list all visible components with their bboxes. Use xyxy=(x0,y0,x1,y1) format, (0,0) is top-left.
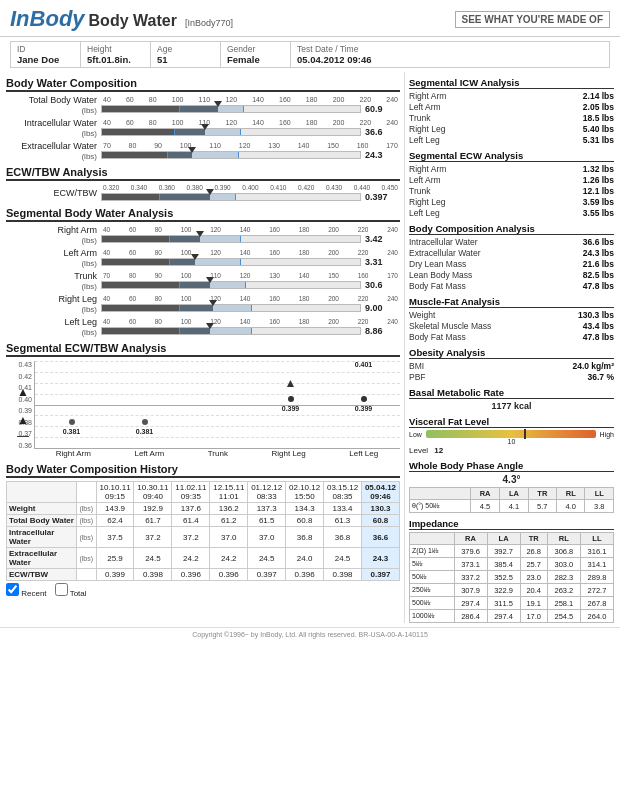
rp-phase-title: Whole Body Phase Angle xyxy=(409,460,614,472)
height-label: Height xyxy=(87,44,144,54)
rp-data-row: Left Leg3.55 lbs xyxy=(409,208,614,218)
icw-row: Intracellular Water (lbs) 40608010011012… xyxy=(6,118,400,138)
id-value: Jane Doe xyxy=(17,54,74,65)
rp-bmr-title: Basal Metabolic Rate xyxy=(409,387,614,399)
testdate-label: Test Date / Time xyxy=(297,44,371,54)
history-row: Weight(lbs)143.9192.9137.6136.2137.3134.… xyxy=(7,503,400,515)
ecwtbw-label: ECW/TBW xyxy=(6,188,101,198)
rp-bca-rows: Intracellular Water36.6 lbsExtracellular… xyxy=(409,237,614,291)
rp-data-row: Extracellular Water24.3 lbs xyxy=(409,248,614,258)
impedance-row: 5㎑373.1385.425.7303.0314.1 xyxy=(410,558,614,571)
gender-label: Gender xyxy=(227,44,284,54)
seg-ecwtbw-chart: 0.43 0.42 0.41 0.40 0.39 0.38 0.37 0.36 xyxy=(6,361,400,449)
rp-icw-title: Segmental ICW Analysis xyxy=(409,77,614,89)
rp-data-row: Skeletal Muscle Mass43.4 lbs xyxy=(409,321,614,331)
rp-data-row: Dry Lean Mass21.6 lbs xyxy=(409,259,614,269)
logo-subtitle: Body Water xyxy=(89,12,177,30)
total-checkbox-label[interactable]: Total xyxy=(55,583,87,598)
history-table: 10.10.1109:15 10.30.1109:40 11.02.1109:3… xyxy=(6,481,400,581)
logo-model: [InBody770] xyxy=(185,18,233,28)
header: InBody Body Water [InBody770] SEE WHAT Y… xyxy=(0,0,620,37)
sbwa-left-leg-value: 8.86 xyxy=(365,326,400,336)
right-panel: Segmental ICW Analysis Right Arm2.14 lbs… xyxy=(404,72,614,623)
rp-bmr-value: 1177 kcal xyxy=(409,401,614,411)
tbw-label: Total Body Water (lbs) xyxy=(6,95,101,115)
sbwa-right-leg-row: Right Leg (lbs) 406080100120140160180200… xyxy=(6,294,400,314)
patient-age-cell: Age 51 xyxy=(151,42,221,67)
ecw-value: 24.3 xyxy=(365,150,400,160)
footer: Copyright ©1996~ by InBody, Ltd. All rig… xyxy=(0,627,620,641)
seg-ecwtbw-title: Segmental ECW/TBW Analysis xyxy=(6,342,400,357)
impedance-row: Z(Ω) 1㎑379.6392.726.8306.8316.1 xyxy=(410,545,614,558)
rp-data-row: Right Arm1.32 lbs xyxy=(409,164,614,174)
rp-data-row: Right Arm2.14 lbs xyxy=(409,91,614,101)
sbwa-title: Segmental Body Water Analysis xyxy=(6,207,400,222)
recent-checkbox[interactable] xyxy=(6,583,19,596)
history-title: Body Water Composition History xyxy=(6,463,400,478)
history-row: Extracellular Water(lbs)25.924.524.224.2… xyxy=(7,548,400,569)
impedance-row: 500㎑297.4311.519.1258.1267.8 xyxy=(410,597,614,610)
rp-visceral-scale: 10 xyxy=(409,438,614,445)
total-checkbox[interactable] xyxy=(55,583,68,596)
sbwa-left-arm-label: Left Arm (lbs) xyxy=(6,248,101,268)
history-row: Intracellular Water(lbs)37.537.237.237.0… xyxy=(7,527,400,548)
rp-data-row: BMI24.0 kg/m² xyxy=(409,361,614,371)
rp-data-row: Trunk12.1 lbs xyxy=(409,186,614,196)
ecw-scale: 708090100110120130140150160170 xyxy=(101,142,400,149)
recent-checkbox-label[interactable]: Recent xyxy=(6,583,47,598)
rp-data-row: PBF36.7 % xyxy=(409,372,614,382)
rp-mfa-rows: Weight130.3 lbsSkeletal Muscle Mass43.4 … xyxy=(409,310,614,342)
rp-data-row: Left Leg5.31 lbs xyxy=(409,135,614,145)
impedance-row: 1000㎑286.4297.417.0254.5264.0 xyxy=(410,610,614,623)
icw-scale: 406080100110120140160180200220240 xyxy=(101,119,400,126)
tbw-row: Total Body Water (lbs) 40608010011012014… xyxy=(6,95,400,115)
rp-obesity-rows: BMI24.0 kg/m²PBF36.7 % xyxy=(409,361,614,382)
sbwa-right-leg-value: 9.00 xyxy=(365,303,400,313)
rp-data-row: Lean Body Mass82.5 lbs xyxy=(409,270,614,280)
ecwtbw-title: ECW/TBW Analysis xyxy=(6,166,400,181)
age-label: Age xyxy=(157,44,214,54)
rp-visceral-level: Level 12 xyxy=(409,446,614,455)
rp-phase-value: 4.3° xyxy=(409,474,614,485)
ecw-label: Extracellular Water (lbs) xyxy=(6,141,101,161)
rp-data-row: Left Arm2.05 lbs xyxy=(409,102,614,112)
sbwa-right-arm-label: Right Arm (lbs) xyxy=(6,225,101,245)
sbwa-left-arm-value: 3.31 xyxy=(365,257,400,267)
rp-ecw-rows: Right Arm1.32 lbsLeft Arm1.26 lbsTrunk12… xyxy=(409,164,614,218)
rp-mfa-title: Muscle-Fat Analysis xyxy=(409,296,614,308)
impedance-row: 250㎑307.9322.920.4263.2272.7 xyxy=(410,584,614,597)
rp-impedance-title: Impedance xyxy=(409,518,614,530)
history-row: Total Body Water(lbs)62.461.761.461.261.… xyxy=(7,515,400,527)
icw-label: Intracellular Water (lbs) xyxy=(6,118,101,138)
rp-impedance-table: RALATRRLLL Z(Ω) 1㎑379.6392.726.8306.8316… xyxy=(409,532,614,623)
ecwtbw-row: ECW/TBW 0.3200.3400.3600.3800.3900.4000.… xyxy=(6,184,400,202)
rp-data-row: Left Arm1.26 lbs xyxy=(409,175,614,185)
rp-data-row: Trunk18.5 lbs xyxy=(409,113,614,123)
rp-obesity-title: Obesity Analysis xyxy=(409,347,614,359)
testdate-value: 05.04.2012 09:46 xyxy=(297,54,371,65)
icw-value: 36.6 xyxy=(365,127,400,137)
ecwtbw-value: 0.397 xyxy=(365,192,400,202)
patient-height-cell: Height 5ft.01.8in. xyxy=(81,42,151,67)
height-value: 5ft.01.8in. xyxy=(87,54,144,65)
sbwa-trunk-row: Trunk (lbs) 7080901001101201301401501601… xyxy=(6,271,400,291)
tbw-scale: 406080100110120140160180200220240 xyxy=(101,96,400,103)
rp-data-row: Intracellular Water36.6 lbs xyxy=(409,237,614,247)
rp-bca-title: Body Composition Analysis xyxy=(409,223,614,235)
history-row: ECW/TBW0.3990.3980.3960.3960.3970.3960.3… xyxy=(7,569,400,581)
sbwa-left-arm-row: Left Arm (lbs) 4060801001201401601802002… xyxy=(6,248,400,268)
rp-data-row: Weight130.3 lbs xyxy=(409,310,614,320)
rp-data-row: Body Fat Mass47.8 lbs xyxy=(409,281,614,291)
patient-testdate-cell: Test Date / Time 05.04.2012 09:46 xyxy=(291,42,377,67)
id-label: ID xyxy=(17,44,74,54)
seg-ecwtbw-col-labels: Right Arm Left Arm Trunk Right Leg Left … xyxy=(34,449,400,458)
rp-visceral-bar: Low High xyxy=(409,430,614,438)
main-content: Body Water Composition Total Body Water … xyxy=(0,72,620,623)
rp-icw-rows: Right Arm2.14 lbsLeft Arm2.05 lbsTrunk18… xyxy=(409,91,614,145)
age-value: 51 xyxy=(157,54,214,65)
patient-gender-cell: Gender Female xyxy=(221,42,291,67)
ecw-row: Extracellular Water (lbs) 70809010011012… xyxy=(6,141,400,161)
logo-area: InBody Body Water [InBody770] xyxy=(10,6,233,32)
sbwa-right-arm-row: Right Arm (lbs) 406080100120140160180200… xyxy=(6,225,400,245)
ecwtbw-scale: 0.3200.3400.3600.3800.3900.4000.4100.420… xyxy=(101,184,400,191)
